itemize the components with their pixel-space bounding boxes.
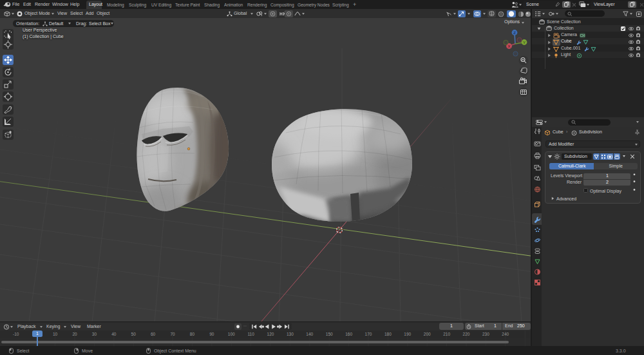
svg-text:130: 130 xyxy=(287,332,294,336)
svg-text:210: 210 xyxy=(443,332,450,336)
svg-text:150: 150 xyxy=(326,332,333,336)
svg-text:140: 140 xyxy=(306,332,313,336)
svg-text:40: 40 xyxy=(111,332,117,336)
svg-text:220: 220 xyxy=(463,332,470,336)
svg-text:Z: Z xyxy=(513,31,516,35)
svg-text:20: 20 xyxy=(72,332,77,336)
svg-text:-10: -10 xyxy=(13,332,19,336)
svg-text:90: 90 xyxy=(209,332,214,336)
svg-text:10: 10 xyxy=(53,332,58,336)
svg-text:50: 50 xyxy=(131,332,137,336)
svg-text:230: 230 xyxy=(482,332,489,336)
svg-text:110: 110 xyxy=(247,332,254,336)
svg-text:X: X xyxy=(507,44,510,48)
svg-text:240: 240 xyxy=(502,332,509,336)
svg-text:160: 160 xyxy=(345,332,352,336)
svg-text:170: 170 xyxy=(365,332,372,336)
svg-text:70: 70 xyxy=(170,332,175,336)
svg-text:200: 200 xyxy=(424,332,431,336)
svg-text:60: 60 xyxy=(151,332,156,336)
svg-text:30: 30 xyxy=(92,332,97,336)
svg-text:120: 120 xyxy=(267,332,274,336)
svg-text:Y: Y xyxy=(523,41,526,44)
svg-text:100: 100 xyxy=(228,332,235,336)
svg-text:80: 80 xyxy=(190,332,195,336)
svg-text:180: 180 xyxy=(384,332,392,336)
svg-text:190: 190 xyxy=(404,332,411,336)
